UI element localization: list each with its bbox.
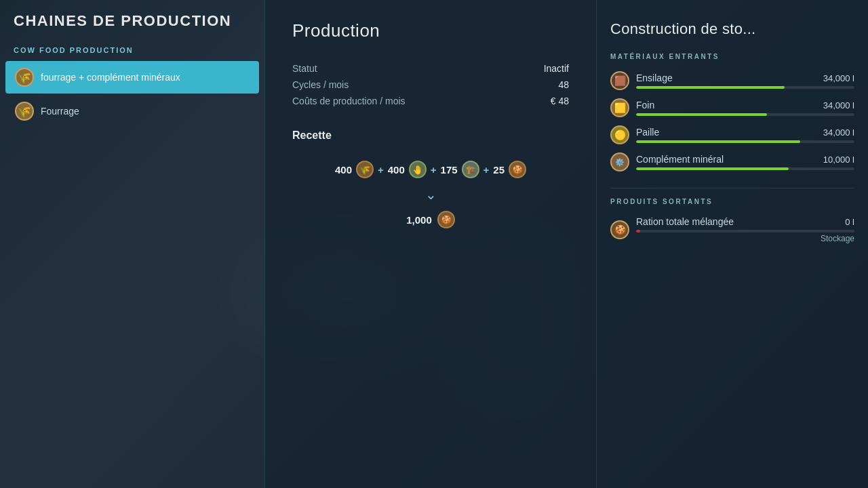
ensilage-info: Ensilage 34,000 l (636, 73, 854, 89)
production-panel: Production Statut Inactif Cycles / mois … (264, 0, 597, 488)
ensilage-icon: 🟫 (610, 71, 629, 90)
ration-stockage-label: Stockage (636, 234, 854, 243)
stat-value-couts: € 48 (551, 96, 569, 106)
ration-name-row: Ration totale mélangée 0 l (636, 216, 854, 227)
incoming-header: MATÉRIAUX ENTRANTS (610, 53, 854, 63)
recipe-arrow-icon: ⌄ (425, 186, 437, 203)
production-stats: Statut Inactif Cycles / mois 48 Coûts de… (292, 60, 569, 109)
foin-amount: 34,000 l (823, 100, 854, 110)
recette-title: Recette (292, 129, 569, 142)
right-panel: Construction de sto... MATÉRIAUX ENTRANT… (597, 0, 868, 488)
mat-item-complement: ⚙️ Complément minéral 10,000 l (610, 152, 854, 171)
paille-name: Paille (636, 127, 659, 138)
app-title: CHAINES DE PRODUCTION (0, 12, 264, 42)
paille-info: Paille 34,000 l (636, 127, 854, 143)
foin-bar-bg (636, 113, 854, 116)
stat-row-cycles: Cycles / mois 48 (292, 77, 569, 93)
recipe-area: 400 🌾 + 400 🤚 + 175 🏗️ + 25 🍪 ⌄ 1,000 🍪 (292, 154, 569, 235)
recipe-input-amount-3: 175 (441, 164, 458, 176)
paille-bar-fill (636, 140, 800, 143)
mat-item-foin: 🟨 Foin 34,000 l (610, 98, 854, 117)
sidebar-item-2-icon: 🌾 (15, 102, 34, 121)
complement-bar-fill (636, 167, 789, 170)
recipe-plus-1: + (378, 164, 384, 176)
stat-value-cycles: 48 (558, 79, 569, 90)
mat-item-paille: 🟡 Paille 34,000 l (610, 125, 854, 144)
stat-label-couts: Coûts de production / mois (292, 96, 406, 106)
stat-row-couts: Coûts de production / mois € 48 (292, 93, 569, 109)
ration-bar-fill (636, 230, 640, 232)
sidebar-item-1[interactable]: 🌾 fourrage + complément minéraux (5, 61, 259, 94)
mat-item-ensilage: 🟫 Ensilage 34,000 l (610, 71, 854, 90)
ensilage-bar-fill (636, 86, 785, 89)
complement-bar-bg (636, 167, 854, 170)
complement-info: Complément minéral 10,000 l (636, 154, 854, 170)
right-panel-title: Construction de sto... (610, 20, 854, 38)
production-title: Production (292, 20, 569, 41)
complement-amount: 10,000 l (823, 155, 854, 165)
ration-info: Ration totale mélangée 0 l Stockage (636, 216, 854, 243)
recipe-input-icon-2: 🤚 (409, 161, 427, 178)
paille-bar-bg (636, 140, 854, 143)
recipe-plus-3: + (484, 164, 490, 176)
ensilage-amount: 34,000 l (823, 73, 854, 83)
recipe-input-icon-4: 🍪 (509, 161, 526, 178)
recipe-plus-2: + (431, 164, 437, 176)
recipe-input-icon-3: 🏗️ (462, 161, 479, 178)
complement-name: Complément minéral (636, 154, 724, 165)
sidebar-item-1-icon: 🌾 (15, 68, 34, 87)
stat-label-statut: Statut (292, 63, 317, 74)
ensilage-name-row: Ensilage 34,000 l (636, 73, 854, 83)
section-divider (610, 188, 854, 188)
recipe-input-amount-2: 400 (388, 164, 405, 176)
paille-name-row: Paille 34,000 l (636, 127, 854, 138)
paille-icon: 🟡 (610, 125, 629, 144)
sidebar-item-2-label: Fourrage (41, 106, 79, 117)
incoming-section: MATÉRIAUX ENTRANTS 🟫 Ensilage 34,000 l 🟨 (610, 53, 854, 171)
sidebar-item-1-label: fourrage + complément minéraux (41, 72, 180, 83)
ration-icon: 🍪 (610, 220, 629, 239)
foin-name: Foin (636, 100, 654, 110)
recipe-inputs: 400 🌾 + 400 🤚 + 175 🏗️ + 25 🍪 (335, 161, 526, 178)
sidebar: CHAINES DE PRODUCTION COW FOOD PRODUCTIO… (0, 0, 264, 488)
ration-bar-bg (636, 230, 854, 232)
mat-item-ration: 🍪 Ration totale mélangée 0 l Stockage (610, 216, 854, 243)
ration-name: Ration totale mélangée (636, 216, 734, 227)
recipe-output: 1,000 🍪 (406, 211, 455, 228)
foin-name-row: Foin 34,000 l (636, 100, 854, 110)
complement-name-row: Complément minéral 10,000 l (636, 154, 854, 165)
outgoing-section: PRODUITS SORTANTS 🍪 Ration totale mélang… (610, 198, 854, 243)
sidebar-section-header: COW FOOD PRODUCTION (0, 42, 264, 60)
foin-icon: 🟨 (610, 98, 629, 117)
recipe-input-icon-1: 🌾 (356, 161, 374, 178)
complement-icon: ⚙️ (610, 152, 629, 171)
recipe-output-amount: 1,000 (406, 214, 432, 226)
stat-row-statut: Statut Inactif (292, 60, 569, 77)
ensilage-name: Ensilage (636, 73, 673, 83)
recipe-output-icon: 🍪 (437, 211, 455, 228)
recipe-input-amount-1: 400 (335, 164, 352, 176)
recipe-input-amount-4: 25 (493, 164, 505, 176)
paille-amount: 34,000 l (823, 127, 854, 138)
ration-amount: 0 l (845, 217, 854, 227)
sidebar-item-2[interactable]: 🌾 Fourrage (5, 95, 259, 127)
outgoing-header: PRODUITS SORTANTS (610, 198, 854, 208)
stat-value-statut: Inactif (544, 63, 569, 74)
foin-bar-fill (636, 113, 767, 116)
stat-label-cycles: Cycles / mois (292, 79, 349, 90)
foin-info: Foin 34,000 l (636, 100, 854, 116)
ensilage-bar-bg (636, 86, 854, 89)
